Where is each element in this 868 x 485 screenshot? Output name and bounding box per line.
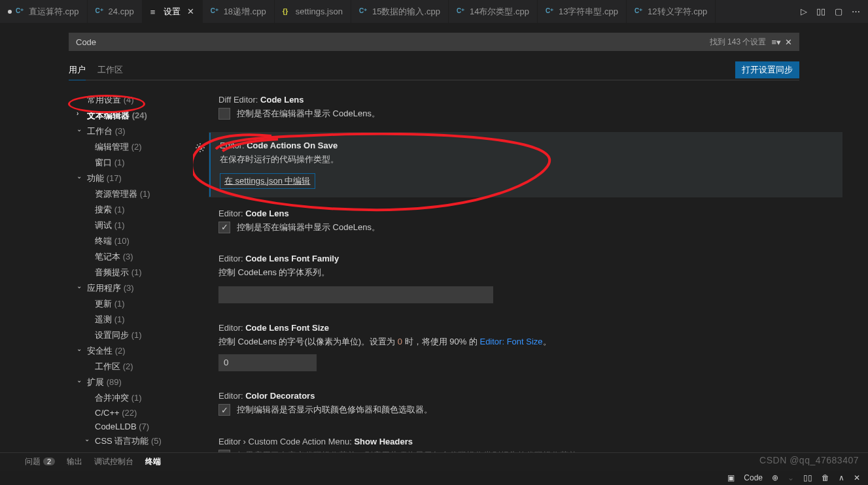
toc-label: 文本编辑器 (87, 110, 132, 120)
more-icon[interactable]: ⋯ (852, 7, 860, 16)
panel-debug-console[interactable]: 调试控制台 (94, 456, 133, 467)
toc-item[interactable]: 笔记本 (3) (69, 249, 193, 265)
panel-problems[interactable]: 问题2 (25, 456, 55, 467)
checkbox[interactable] (218, 404, 230, 416)
gear-icon[interactable] (194, 142, 206, 154)
toc-count: (1) (114, 314, 125, 324)
panel-output[interactable]: 输出 (67, 456, 82, 467)
setting-code-lens-font-family: Editor: Code Lens Font Family 控制 CodeLen… (209, 246, 842, 311)
toc-item[interactable]: CodeLLDB (7) (69, 420, 193, 433)
tab-label: 14布尔类型.cpp (470, 6, 529, 18)
toc-count: (22) (122, 408, 137, 418)
toc-item[interactable]: C/C++ (22) (69, 406, 193, 420)
setting-custom-code-action-menu: Editor › Custom Code Action Menu: Show H… (209, 429, 842, 452)
status-maximize[interactable]: ∧ (839, 473, 844, 482)
toc-item[interactable]: ⌄扩展 (89) (69, 375, 193, 390)
toc-item[interactable]: 更新 (1) (69, 296, 193, 312)
setting-description: 控制是否在编辑器中显示 CodeLens。 (237, 221, 380, 235)
toc-count: (24) (132, 110, 147, 120)
tab-18[interactable]: C⁺ 18递增.cpp (203, 0, 275, 23)
setting-color-decorators: Editor: Color Decorators 控制编辑器是否显示内联颜色修饰… (209, 383, 842, 425)
toc-item[interactable]: 编辑管理 (2) (69, 139, 193, 155)
chevron-icon: › (77, 110, 78, 117)
panel-terminal[interactable]: 终端 (145, 456, 161, 467)
scope-user[interactable]: 用户 (69, 60, 86, 80)
toc-count: (1) (131, 330, 142, 340)
tab-zhiyunsuanfu[interactable]: C⁺ 直运算符.cpp (0, 0, 88, 23)
split-icon[interactable]: ▯▯ (816, 7, 825, 16)
toc-item[interactable]: 终端 (10) (69, 233, 193, 249)
settings-list[interactable]: Diff Editor: Code Lens 控制是否在编辑器中显示 CodeL… (193, 87, 868, 452)
toc-item[interactable]: 搜索 (1) (69, 202, 193, 218)
toc-item[interactable]: ⌄功能 (17) (69, 171, 193, 186)
close-icon[interactable]: ✕ (187, 7, 194, 16)
settings-toc[interactable]: 常用设置 (4)›文本编辑器 (24)⌄工作台 (3)编辑管理 (2)窗口 (1… (69, 87, 193, 452)
toc-item[interactable]: 常用设置 (4) (69, 92, 193, 108)
filter-icon[interactable]: ≡▾ (771, 37, 781, 47)
search-input[interactable] (76, 37, 710, 47)
toc-count: (3) (122, 451, 133, 452)
checkbox[interactable] (218, 222, 230, 233)
scope-workspace[interactable]: 工作区 (97, 60, 123, 80)
setting-title: Editor: Code Lens Font Size (218, 323, 833, 333)
run-icon[interactable]: ▷ (801, 7, 807, 16)
font-family-input[interactable] (218, 286, 493, 303)
toc-item[interactable]: 资源管理器 (1) (69, 186, 193, 202)
toc-item[interactable]: 设置同步 (1) (69, 327, 193, 343)
settings-search[interactable]: 找到 143 个设置 ≡▾ ✕ (69, 33, 799, 51)
edit-in-settings-json[interactable]: 在 settings.json 中编辑 (220, 173, 315, 189)
settings-scope-tabs: 用户 工作区 打开设置同步 (69, 60, 799, 80)
status-trash[interactable]: 🗑 (822, 473, 829, 482)
status-lang-icon[interactable]: ▣ (727, 473, 735, 482)
checkbox[interactable] (218, 108, 230, 120)
toc-label: 应用程序 (87, 283, 124, 293)
toc-item[interactable]: ⌄安全性 (2) (69, 343, 193, 359)
settings-body: 常用设置 (4)›文本编辑器 (24)⌄工作台 (3)编辑管理 (2)窗口 (1… (69, 87, 868, 452)
toc-item[interactable]: 音频提示 (1) (69, 265, 193, 280)
toc-label: 搜索 (95, 205, 114, 214)
toc-item[interactable]: 遥测 (1) (69, 312, 193, 327)
status-split[interactable]: ▯▯ (803, 473, 812, 482)
cpp-icon: C⁺ (16, 7, 25, 16)
toc-count: (3) (115, 126, 126, 136)
cpp-icon: C⁺ (95, 7, 105, 16)
toc-item[interactable]: ⌄应用程序 (3) (69, 280, 193, 296)
toc-count: (1) (131, 267, 142, 277)
toc-item[interactable]: 工作区 (2) (69, 359, 193, 375)
tab-24[interactable]: C⁺ 24.cpp (88, 0, 143, 23)
status-lang[interactable]: Code (744, 473, 763, 482)
toc-item[interactable]: ⌄工作台 (3) (69, 124, 193, 139)
layout-icon[interactable]: ▢ (835, 7, 842, 16)
toc-count: (1) (140, 189, 150, 199)
tab-settings[interactable]: ≡ 设置 ✕ (143, 0, 203, 23)
toc-label: 调试 (95, 220, 114, 230)
font-size-input[interactable] (218, 354, 317, 371)
font-size-link[interactable]: Editor: Font Size (479, 337, 542, 346)
open-settings-sync-button[interactable]: 打开设置同步 (735, 61, 799, 78)
tab-13[interactable]: C⁺ 13字符串型.cpp (538, 0, 627, 23)
tab-actions: ▷ ▯▯ ▢ ⋯ (793, 7, 868, 16)
toc-item[interactable]: 调试 (1) (69, 218, 193, 233)
toc-item[interactable]: ⌄CSS 语言功能 (5) (69, 433, 193, 449)
edit-link[interactable]: 在 settings.json 中编辑 (224, 176, 311, 186)
setting-code-lens-font-size: Editor: Code Lens Font Size 控制 CodeLens … (209, 315, 842, 379)
setting-description: 控制 CodeLens 的字体系列。 (218, 266, 833, 280)
toc-count: (3) (123, 252, 133, 261)
checkbox[interactable] (218, 450, 230, 452)
toc-count: (1) (114, 220, 125, 230)
chevron-icon: ⌄ (77, 282, 82, 290)
tab-14[interactable]: C⁺ 14布尔类型.cpp (449, 0, 538, 23)
tab-settings-json[interactable]: {} settings.json (275, 0, 351, 23)
panel-tabs: 问题2 输出 调试控制台 终端 (0, 452, 868, 471)
tab-15[interactable]: C⁺ 15数据的输入.cpp (351, 0, 449, 23)
status-close[interactable]: ✕ (854, 473, 860, 482)
status-new-terminal[interactable]: ⊕ (772, 473, 778, 482)
toc-item[interactable]: 合并冲突 (1) (69, 390, 193, 406)
toc-label: 设置同步 (95, 330, 131, 340)
toc-item[interactable]: ›文本编辑器 (24) (69, 108, 193, 124)
toc-item[interactable]: CSS (3) (69, 449, 193, 452)
clear-search-icon[interactable]: ✕ (785, 37, 792, 47)
toc-count: (2) (131, 142, 142, 152)
tab-12[interactable]: C⁺ 12转义字符.cpp (627, 0, 716, 23)
toc-item[interactable]: 窗口 (1) (69, 155, 193, 171)
